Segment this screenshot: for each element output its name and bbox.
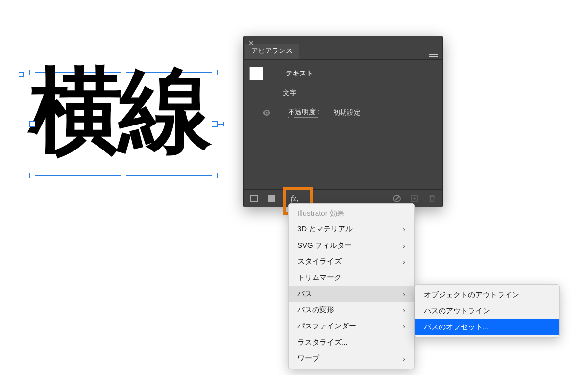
path-submenu: オブジェクトのアウトラインパスのアウトラインパスのオフセット...: [415, 284, 560, 338]
resize-handle-ml[interactable]: [29, 121, 35, 127]
chevron-right-icon: ›: [403, 322, 405, 330]
panel-close-icon[interactable]: ✕: [248, 39, 254, 47]
resize-handle-mr[interactable]: [212, 121, 218, 127]
add-effect-fx-button[interactable]: fx ▾: [288, 192, 301, 205]
fx-menu-header: Illustrator 効果: [289, 206, 414, 221]
fx-menu-item-label: ラスタライズ...: [297, 338, 348, 347]
thread-out-port[interactable]: [223, 122, 228, 126]
add-fill-button[interactable]: [265, 192, 278, 205]
fx-menu-item[interactable]: ワープ›: [289, 350, 414, 367]
fx-menu-item-label: パスの変形: [297, 305, 334, 315]
fx-menu-item[interactable]: パス›: [289, 286, 414, 302]
fx-menu-item[interactable]: パスの変形›: [289, 302, 414, 318]
resize-handle-tr[interactable]: [212, 70, 218, 75]
svg-point-0: [266, 112, 268, 114]
fx-menu-item-label: 3D とマテリアル: [297, 225, 353, 234]
svg-rect-2: [268, 195, 275, 202]
row-label-text: テキスト: [286, 69, 313, 78]
path-submenu-item-label: オブジェクトのアウトライン: [424, 290, 519, 300]
chevron-right-icon: ›: [403, 257, 405, 266]
add-stroke-button[interactable]: [247, 192, 260, 205]
panel-body: テキスト 文字 不透明度 : 初期設定: [244, 60, 442, 123]
fx-menu-item-label: SVG フィルター: [297, 241, 352, 250]
appearance-panel: ✕ アピアランス テキスト 文字 不透明度 : 初期設定: [243, 36, 443, 207]
path-submenu-item[interactable]: パスのオフセット...: [415, 319, 559, 335]
duplicate-item-button[interactable]: [408, 192, 421, 205]
row-label-char: 文字: [283, 89, 296, 98]
clear-appearance-button[interactable]: [391, 192, 403, 205]
chevron-right-icon: ›: [403, 290, 405, 298]
fx-menu-item-label: パスファインダー: [297, 322, 356, 331]
chevron-right-icon: ›: [403, 241, 405, 250]
opacity-value: 初期設定: [333, 108, 361, 117]
resize-handle-bm[interactable]: [121, 173, 126, 178]
fx-menu-item[interactable]: ラスタライズ...: [289, 334, 414, 350]
fx-icon: fx: [291, 194, 296, 203]
visibility-eye-icon[interactable]: [262, 110, 274, 116]
fx-menu-item-label: パス: [297, 289, 312, 299]
svg-rect-1: [250, 195, 257, 202]
panel-menu-icon[interactable]: [429, 48, 438, 58]
resize-handle-br[interactable]: [212, 173, 218, 178]
opacity-label[interactable]: 不透明度 :: [288, 108, 319, 118]
resize-handle-tl[interactable]: [29, 70, 35, 75]
path-submenu-item-label: パスのオフセット...: [424, 323, 489, 332]
fx-menu-item-label: トリムマーク: [297, 273, 342, 282]
fx-menu-item[interactable]: 3D とマテリアル›: [289, 221, 414, 237]
tool-sep: [283, 193, 283, 204]
path-submenu-item-label: パスのアウトライン: [424, 306, 490, 316]
path-submenu-item[interactable]: パスのアウトライン: [415, 303, 559, 319]
appearance-row-text[interactable]: テキスト: [244, 64, 442, 83]
fx-menu-item[interactable]: スタイライズ›: [289, 253, 414, 270]
selected-text-object[interactable]: 横線: [29, 70, 218, 178]
fx-menu-item[interactable]: トリムマーク: [289, 270, 414, 286]
appearance-row-opacity[interactable]: 不透明度 : 初期設定: [244, 103, 442, 123]
fx-effects-menu: Illustrator 効果 3D とマテリアル›SVG フィルター›スタイライ…: [288, 203, 415, 369]
fx-menu-item-label: ワープ: [297, 354, 319, 363]
resize-handle-bl[interactable]: [29, 173, 35, 178]
chevron-right-icon: ›: [403, 225, 405, 233]
row-divider: [281, 107, 281, 118]
thread-in-port[interactable]: [19, 72, 24, 77]
svg-line-4: [394, 196, 399, 201]
fx-menu-item-label: スタイライズ: [297, 257, 342, 266]
fx-menu-item[interactable]: SVG フィルター›: [289, 237, 414, 253]
path-submenu-item[interactable]: オブジェクトのアウトライン: [415, 287, 559, 303]
canvas-text: 横線: [29, 65, 218, 158]
delete-item-button[interactable]: [426, 192, 439, 205]
fx-menu-item[interactable]: パスファインダー›: [289, 318, 414, 334]
fill-swatch[interactable]: [249, 67, 263, 80]
chevron-right-icon: ›: [403, 306, 405, 314]
resize-handle-tm[interactable]: [121, 70, 126, 75]
appearance-row-characters[interactable]: 文字: [244, 83, 442, 103]
chevron-right-icon: ›: [403, 354, 405, 363]
panel-tabbar: アピアランス: [244, 36, 442, 60]
